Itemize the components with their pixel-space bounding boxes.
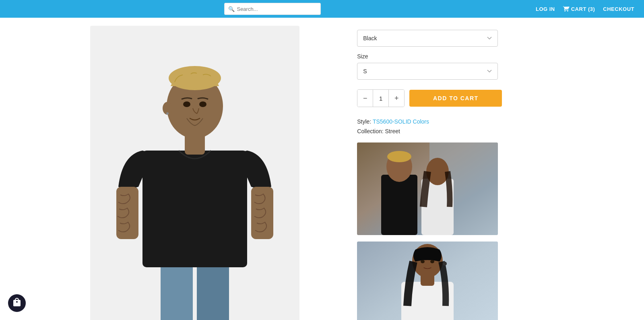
thumbnail-1-svg — [357, 142, 498, 235]
svg-point-25 — [421, 260, 425, 263]
header-nav: LOG IN CART (3) CHECKOUT — [536, 6, 634, 12]
search-wrapper: 🔍 — [224, 3, 321, 15]
site-header: 🔍 LOG IN CART (3) CHECKOUT — [0, 0, 644, 18]
collection-label: Collection: — [357, 128, 383, 134]
svg-point-9 — [183, 101, 190, 107]
login-link[interactable]: LOG IN — [536, 6, 555, 12]
cart-label-text: CART (3) — [571, 6, 595, 12]
product-details: Black White Grey Navy Red Size XS S M L … — [357, 26, 588, 320]
search-input[interactable] — [224, 3, 321, 15]
color-select[interactable]: Black White Grey Navy Red — [357, 30, 498, 47]
header-left: 🔍 — [10, 3, 536, 15]
style-label: Style: — [357, 118, 371, 125]
svg-point-12 — [166, 112, 169, 115]
svg-rect-1 — [161, 263, 193, 320]
cart-icon — [563, 6, 570, 12]
cart-row: − 1 + ADD TO CART — [357, 89, 588, 107]
style-meta: Style: TS5600-SOLID Colors — [357, 118, 588, 125]
checkout-link[interactable]: CHECKOUT — [603, 6, 634, 12]
svg-rect-15 — [381, 175, 417, 235]
thumbnail-grid — [357, 142, 588, 320]
thumbnail-2[interactable] — [357, 242, 498, 320]
cart-link[interactable]: CART (3) — [563, 6, 595, 12]
shopify-bag-icon — [12, 297, 22, 309]
add-to-cart-button[interactable]: ADD TO CART — [409, 90, 502, 107]
svg-point-17 — [387, 151, 411, 162]
thumbnail-1[interactable] — [357, 142, 498, 235]
quantity-input[interactable]: 1 — [373, 90, 389, 107]
quantity-decrease-button[interactable]: − — [357, 90, 373, 107]
search-icon: 🔍 — [228, 6, 235, 12]
quantity-control: − 1 + — [357, 89, 405, 107]
svg-point-10 — [199, 101, 206, 107]
product-image-area — [56, 26, 333, 320]
thumbnail-2-bg — [357, 242, 498, 320]
collection-meta: Collection: Street — [357, 128, 588, 134]
svg-point-26 — [430, 260, 434, 263]
svg-rect-3 — [142, 151, 247, 267]
size-label: Size — [357, 53, 588, 60]
product-main-image — [90, 26, 299, 320]
size-dropdown-wrapper: XS S M L XL XXL — [357, 63, 588, 80]
svg-rect-2 — [197, 263, 229, 320]
size-select[interactable]: XS S M L XL XXL — [357, 63, 498, 80]
color-dropdown-wrapper: Black White Grey Navy Red — [357, 30, 588, 47]
shopify-badge[interactable] — [8, 294, 26, 312]
style-value-link[interactable]: TS5600-SOLID Colors — [373, 118, 429, 125]
model-illustration — [90, 26, 299, 320]
collection-value: Street — [385, 128, 400, 134]
main-content: Black White Grey Navy Red Size XS S M L … — [40, 18, 604, 320]
quantity-increase-button[interactable]: + — [389, 90, 404, 107]
thumbnail-1-bg — [357, 142, 498, 235]
svg-point-24 — [443, 262, 447, 266]
thumbnail-2-svg — [357, 242, 498, 320]
